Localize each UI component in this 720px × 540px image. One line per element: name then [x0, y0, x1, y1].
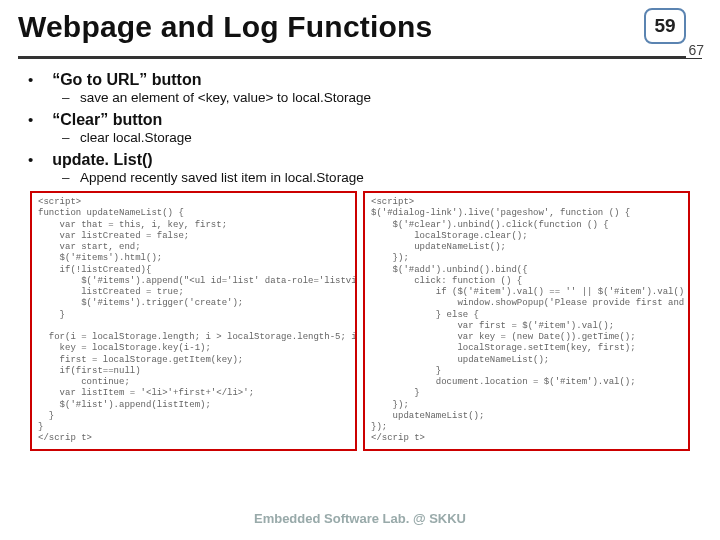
- page-number-main: 59: [644, 8, 686, 44]
- code-snippet-left: <script> function updateNameList() { var…: [30, 191, 357, 451]
- sub-bullet: clear local.Storage: [62, 130, 692, 145]
- sub-bullet: save an element of <key, value> to local…: [62, 90, 692, 105]
- footer-text: Embedded Software Lab. @ SKKU: [0, 511, 720, 526]
- bullet-heading: update. List(): [52, 151, 152, 168]
- bullet-heading: “Go to URL” button: [52, 71, 201, 88]
- bullet-item: “Clear” button clear local.Storage: [28, 111, 692, 145]
- sub-bullet: Append recently saved list item in local…: [62, 170, 692, 185]
- page-title: Webpage and Log Functions: [18, 10, 432, 44]
- code-snippet-right: <script> $('#dialog-link').live('pagesho…: [363, 191, 690, 451]
- page-number-group: 59 67: [644, 8, 702, 54]
- content-area: “Go to URL” button save an element of <k…: [18, 59, 702, 451]
- bullet-item: update. List() Append recently saved lis…: [28, 151, 692, 185]
- bullet-item: “Go to URL” button save an element of <k…: [28, 71, 692, 105]
- page-number-sub: 67: [686, 42, 706, 58]
- bullet-heading: “Clear” button: [52, 111, 162, 128]
